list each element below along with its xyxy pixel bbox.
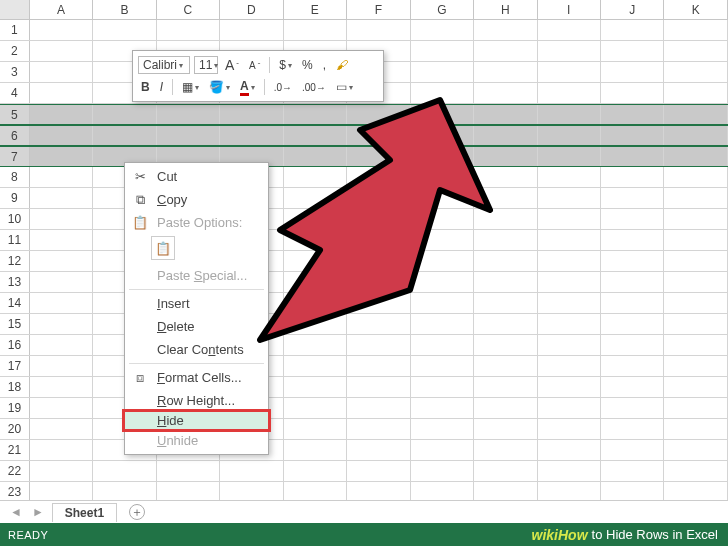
cell[interactable] (474, 398, 537, 418)
cell[interactable] (411, 419, 474, 439)
row-header[interactable]: 20 (0, 419, 30, 439)
cell[interactable] (93, 20, 156, 40)
cell[interactable] (474, 230, 537, 250)
grid-row[interactable]: 13 (0, 272, 728, 293)
cell[interactable] (474, 83, 537, 103)
grid-row[interactable]: 20 (0, 419, 728, 440)
cell[interactable] (664, 314, 727, 334)
cell[interactable] (284, 398, 347, 418)
cell[interactable] (538, 461, 601, 481)
row-header[interactable]: 1 (0, 20, 30, 40)
comma-style-button[interactable]: , (320, 57, 329, 73)
cell[interactable] (30, 272, 93, 292)
cell[interactable] (538, 398, 601, 418)
cell[interactable] (601, 335, 664, 355)
cell[interactable] (284, 272, 347, 292)
cell[interactable] (411, 209, 474, 229)
cell[interactable] (474, 356, 537, 376)
grid-row[interactable]: 9 (0, 188, 728, 209)
cell[interactable] (347, 251, 410, 271)
cell[interactable] (411, 482, 474, 500)
row-header[interactable]: 9 (0, 188, 30, 208)
grid-row[interactable]: 18 (0, 377, 728, 398)
bold-button[interactable]: B (138, 79, 153, 95)
cell[interactable] (347, 188, 410, 208)
cell[interactable] (411, 314, 474, 334)
cell[interactable] (157, 126, 220, 145)
cell[interactable] (93, 482, 156, 500)
cell[interactable] (30, 356, 93, 376)
menu-delete[interactable]: Delete (125, 315, 268, 338)
cell[interactable] (474, 272, 537, 292)
cell[interactable] (347, 482, 410, 500)
cell[interactable] (538, 482, 601, 500)
cell[interactable] (411, 230, 474, 250)
cell[interactable] (30, 62, 93, 82)
cell[interactable] (601, 314, 664, 334)
cell[interactable] (284, 461, 347, 481)
shrink-font-button[interactable]: Aˇ (246, 59, 263, 72)
cell[interactable] (474, 62, 537, 82)
cell[interactable] (30, 461, 93, 481)
cell[interactable] (538, 440, 601, 460)
cell[interactable] (664, 419, 727, 439)
cell[interactable] (347, 20, 410, 40)
menu-unhide[interactable]: Unhide (125, 429, 268, 452)
sheet-tab[interactable]: Sheet1 (52, 503, 117, 522)
grid-row[interactable]: 11 (0, 230, 728, 251)
paste-option-button[interactable]: 📋 (151, 236, 175, 260)
cell[interactable] (601, 41, 664, 61)
cell[interactable] (664, 83, 727, 103)
cell[interactable] (474, 105, 537, 124)
cell[interactable] (664, 105, 727, 124)
cell[interactable] (284, 482, 347, 500)
cell[interactable] (601, 461, 664, 481)
row-header[interactable]: 11 (0, 230, 30, 250)
row-header[interactable]: 4 (0, 83, 30, 103)
cell[interactable] (538, 335, 601, 355)
cell[interactable] (284, 251, 347, 271)
cell[interactable] (538, 230, 601, 250)
menu-clear-contents[interactable]: Clear Contents (125, 338, 268, 361)
cell[interactable] (93, 105, 156, 124)
cell[interactable] (30, 188, 93, 208)
grid-row[interactable]: 5 (0, 104, 728, 125)
cell[interactable] (664, 209, 727, 229)
cell[interactable] (538, 167, 601, 187)
merge-button[interactable]: ▭▾ (333, 79, 356, 95)
cell[interactable] (601, 147, 664, 166)
row-header[interactable]: 16 (0, 335, 30, 355)
col-header[interactable]: F (347, 0, 410, 19)
cell[interactable] (157, 482, 220, 500)
cell[interactable] (347, 272, 410, 292)
menu-hide[interactable]: Hide (122, 409, 271, 432)
cell[interactable] (284, 20, 347, 40)
select-all-corner[interactable] (0, 0, 30, 19)
cell[interactable] (538, 147, 601, 166)
cell[interactable] (30, 482, 93, 500)
sheet-nav-prev[interactable]: ◄ (8, 505, 24, 519)
row-header[interactable]: 2 (0, 41, 30, 61)
cell[interactable] (538, 314, 601, 334)
cell[interactable] (538, 419, 601, 439)
cell[interactable] (601, 272, 664, 292)
cell[interactable] (411, 105, 474, 124)
cell[interactable] (411, 167, 474, 187)
cell[interactable] (30, 20, 93, 40)
cell[interactable] (347, 126, 410, 145)
cell[interactable] (601, 20, 664, 40)
cell[interactable] (538, 41, 601, 61)
cell[interactable] (664, 272, 727, 292)
cell[interactable] (30, 377, 93, 397)
row-header[interactable]: 18 (0, 377, 30, 397)
row-header[interactable]: 3 (0, 62, 30, 82)
grid-row[interactable]: 10 (0, 209, 728, 230)
row-header[interactable]: 15 (0, 314, 30, 334)
cell[interactable] (411, 377, 474, 397)
cell[interactable] (474, 335, 537, 355)
grid-row[interactable]: 22 (0, 461, 728, 482)
cell[interactable] (474, 293, 537, 313)
grid-row[interactable]: 7 (0, 146, 728, 167)
decrease-decimal-button[interactable]: .0→ (271, 81, 295, 94)
cell[interactable] (347, 419, 410, 439)
